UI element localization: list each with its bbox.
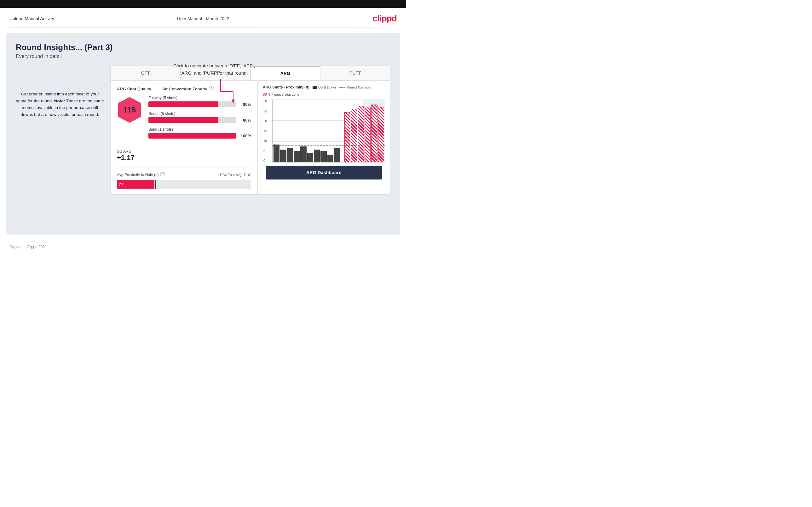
chart-bar-6 (307, 153, 313, 162)
chart-bar-wrap-5 (300, 100, 306, 162)
bar-row-rough: Rough (5 shots) 80% (148, 111, 251, 123)
panel-right: ARG Shots - Proximity (ft) Up & Down Rou… (258, 80, 390, 194)
page-title: Round Insights... (Part 3) (16, 43, 391, 52)
hex-badge: 115 (117, 96, 142, 124)
chart-bar-13-hatched (358, 106, 364, 162)
proximity-label: Avg Proximity to Hole (ft) ? (117, 172, 165, 177)
chart-bar-12-hatched (351, 109, 357, 162)
chart-bar-wrap-10 (334, 100, 340, 162)
chart-bar-wrap-7 (314, 100, 320, 162)
chart-bar-2 (280, 150, 286, 162)
chart-bar-16-hatched (378, 107, 384, 162)
arg-dashboard-button[interactable]: ARG Dashboard (266, 166, 382, 179)
proximity-cursor (155, 180, 156, 189)
panel-wrapper: Click to navigate between 'OTT', 'APP','… (110, 65, 391, 194)
y-label-15: 15 (263, 129, 267, 133)
doc-title: User Manual - March 2022 (177, 16, 230, 21)
bar-track-sand (148, 133, 236, 138)
left-sidebar: Get greater insight into each facet of y… (16, 65, 104, 194)
bar-container-rough: 80% (148, 117, 251, 123)
proximity-help-icon[interactable]: ? (160, 172, 165, 177)
chart-header: ARG Shots - Proximity (ft) Up & Down Rou… (263, 85, 385, 96)
dashed-avg-label: 8 (390, 143, 391, 147)
chart-bar-wrap-13 (358, 100, 364, 162)
chart-bar-3 (287, 148, 293, 162)
chart-bar-5 (300, 147, 306, 162)
page-subtitle: Every round in detail (16, 54, 391, 59)
sg-section: SG ARG +1.17 (117, 149, 251, 162)
main-content: Round Insights... (Part 3) Every round i… (6, 33, 400, 235)
chart-bar-wrap-16 (378, 100, 384, 162)
chart-title: ARG Shots - Proximity (ft) (263, 85, 309, 90)
sidebar-insight-text: Get greater insight into each facet of y… (16, 91, 104, 118)
y-label-0: 0 (263, 159, 267, 163)
pga-avg-label: ↑ PGA Tour Avg: 7'10" (217, 173, 251, 177)
bar-pct-fairway: 80% (239, 102, 251, 107)
y-label-5: 5 (263, 149, 267, 153)
proximity-bar-fill: 77' (117, 180, 154, 189)
y-label-30: 30 (263, 100, 267, 103)
chart-bar-11-hatched (344, 112, 350, 162)
tab-putt[interactable]: PUTT (320, 66, 390, 80)
chart-bar-wrap-2 (280, 100, 286, 162)
bar-fill-fairway (148, 101, 218, 107)
section-header: ARG Shot Quality 6ft Conversion Zone % ? (117, 86, 251, 91)
chart-bar-15-hatched (371, 105, 377, 162)
chart-bar-wrap-4 (294, 100, 300, 162)
chart-bar-wrap-8 (320, 100, 326, 162)
top-bar (0, 0, 406, 8)
legend-box-dark (313, 86, 317, 89)
legend-round-avg-label: Round Average (347, 86, 370, 89)
y-label-10: 10 (263, 139, 267, 143)
bar-fill-sand (148, 133, 236, 138)
clippd-logo: clippd (373, 13, 397, 23)
chart-bar-14-hatched (365, 107, 370, 162)
chart-bar-8 (320, 151, 326, 162)
main-panel: OTT APP ARG PUTT ARG Shot Quality 6ft Co… (110, 65, 391, 194)
bar-container-sand: 100% (148, 133, 251, 138)
bar-track-fairway (148, 101, 236, 107)
proximity-bar-container: 77' (117, 180, 251, 189)
bar-label-sand: Sand (1 shots) (148, 127, 251, 132)
bar-row-sand: Sand (1 shots) 100% (148, 127, 251, 138)
chart-bar-wrap-3 (287, 100, 293, 162)
proximity-bar-value: 77' (119, 182, 124, 187)
chart-bar-wrap-12 (351, 100, 357, 162)
legend-up-down: Up & Down (313, 86, 336, 89)
hex-badge-area: 115 Fairway (5 shots) (117, 96, 251, 143)
proximity-header: Avg Proximity to Hole (ft) ? ↑ PGA Tour … (117, 172, 251, 177)
bar-rows: Fairway (5 shots) 80% (148, 96, 251, 143)
header: Upload Manual Activity User Manual - Mar… (0, 8, 406, 27)
sg-label: SG ARG (117, 149, 251, 154)
bar-row-fairway: Fairway (5 shots) 80% (148, 96, 251, 107)
chart-bar-wrap-1 (273, 100, 280, 162)
shot-quality-label: ARG Shot Quality (117, 87, 151, 91)
y-label-25: 25 (263, 110, 267, 113)
bar-pct-sand: 100% (239, 133, 251, 138)
legend-6ft-label: 6 ft conversion zone (268, 93, 299, 96)
chart-container: 30 25 20 15 10 5 0 (272, 100, 385, 163)
bar-fill-rough (148, 117, 218, 123)
legend-round-avg: Round Average (339, 86, 370, 89)
chart-bar-wrap-9 (327, 100, 334, 162)
help-icon[interactable]: ? (209, 86, 214, 91)
chart-bar-wrap-11 (344, 100, 350, 162)
legend-6ft-zone: 6 ft conversion zone (263, 93, 299, 96)
header-divider (9, 27, 397, 27)
legend-hatched-box (263, 93, 267, 96)
panel-left: ARG Shot Quality 6ft Conversion Zone % ?… (111, 80, 258, 194)
chart-bar-4 (294, 151, 300, 162)
content-row: Get greater insight into each facet of y… (16, 65, 391, 194)
panel-body: ARG Shot Quality 6ft Conversion Zone % ?… (111, 80, 390, 194)
tab-ott[interactable]: OTT (111, 66, 181, 80)
bar-track-rough (148, 117, 236, 123)
y-axis-labels: 30 25 20 15 10 5 0 (263, 100, 267, 163)
chart-bar-wrap-14 (365, 100, 370, 162)
tab-app[interactable]: APP (181, 66, 251, 80)
bar-label-rough: Rough (5 shots) (148, 111, 251, 116)
conversion-label: 6ft Conversion Zone % (163, 87, 207, 91)
proximity-section: Avg Proximity to Hole (ft) ? ↑ PGA Tour … (117, 168, 251, 189)
tab-arg[interactable]: ARG (251, 66, 320, 80)
chart-bar-wrap-15 (371, 100, 377, 162)
chart-plot-area: 8 (272, 100, 385, 163)
